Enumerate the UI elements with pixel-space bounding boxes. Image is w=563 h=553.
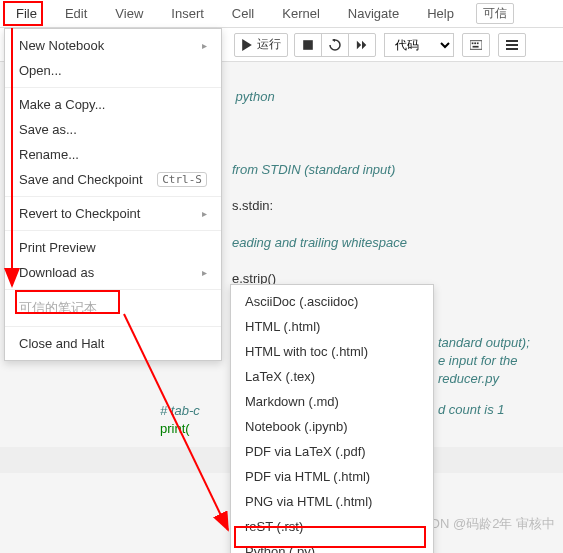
restart-button[interactable]	[321, 33, 349, 57]
restart-run-button[interactable]	[348, 33, 376, 57]
celltype-select[interactable]: 代码	[384, 33, 454, 57]
menu-new-notebook[interactable]: New Notebook▸	[5, 33, 221, 58]
svg-rect-7	[506, 44, 518, 46]
shortcut-label: Ctrl-S	[157, 172, 207, 187]
menu-print-preview[interactable]: Print Preview	[5, 235, 221, 260]
code-fragment: tandard output); e input for the reducer…	[438, 334, 530, 389]
code-comment: # tab-c	[160, 402, 200, 420]
code-fragment3: d count is 1	[438, 402, 505, 417]
run-button[interactable]: 运行	[234, 33, 288, 57]
menu-edit[interactable]: Edit	[51, 2, 101, 25]
download-html-toc[interactable]: HTML with toc (.html)	[231, 339, 433, 364]
download-pdf-latex[interactable]: PDF via LaTeX (.pdf)	[231, 439, 433, 464]
menu-view[interactable]: View	[101, 2, 157, 25]
restart-icon	[329, 39, 341, 51]
code-comment: eading and trailing whitespace	[232, 234, 563, 252]
download-pdf-html[interactable]: PDF via HTML (.html)	[231, 464, 433, 489]
menu-revert[interactable]: Revert to Checkpoint▸	[5, 201, 221, 226]
stop-icon	[302, 39, 314, 51]
chevron-right-icon: ▸	[202, 40, 207, 51]
svg-rect-6	[506, 40, 518, 42]
svg-rect-3	[474, 42, 476, 44]
svg-rect-4	[477, 42, 479, 44]
menu-download-as[interactable]: Download as▸	[5, 260, 221, 285]
code-comment: from STDIN (standard input)	[232, 161, 563, 179]
code-comment: python	[232, 88, 563, 106]
menu-insert[interactable]: Insert	[157, 2, 218, 25]
download-rest[interactable]: reST (.rst)	[231, 514, 433, 539]
trusted-badge: 可信	[476, 3, 514, 24]
menu-kernel[interactable]: Kernel	[268, 2, 334, 25]
toc-button[interactable]	[498, 33, 526, 57]
chevron-right-icon: ▸	[202, 208, 207, 219]
svg-rect-2	[472, 42, 474, 44]
code-comment: e input for the	[438, 352, 530, 370]
download-png-html[interactable]: PNG via HTML (.html)	[231, 489, 433, 514]
menu-file[interactable]: File	[2, 2, 51, 25]
code-comment: tandard output);	[438, 334, 530, 352]
download-html[interactable]: HTML (.html)	[231, 314, 433, 339]
separator	[5, 230, 221, 231]
code-comment: d count is 1	[438, 402, 505, 417]
menubar: File Edit View Insert Cell Kernel Naviga…	[0, 0, 563, 28]
svg-rect-1	[470, 40, 482, 49]
code-fragment2: # tab-c print(	[160, 402, 200, 438]
menu-close-halt[interactable]: Close and Halt	[5, 331, 221, 356]
list-icon	[506, 39, 518, 51]
chevron-right-icon: ▸	[202, 267, 207, 278]
download-as-submenu: AsciiDoc (.asciidoc) HTML (.html) HTML w…	[230, 284, 434, 553]
separator	[5, 326, 221, 327]
code-line: s.stdin:	[232, 197, 563, 215]
code-comment: reducer.py	[438, 370, 530, 388]
download-latex[interactable]: LaTeX (.tex)	[231, 364, 433, 389]
download-markdown[interactable]: Markdown (.md)	[231, 389, 433, 414]
separator	[5, 289, 221, 290]
menu-help[interactable]: Help	[413, 2, 468, 25]
svg-rect-5	[473, 45, 479, 47]
stop-button[interactable]	[294, 33, 322, 57]
download-asciidoc[interactable]: AsciiDoc (.asciidoc)	[231, 289, 433, 314]
run-label: 运行	[257, 36, 281, 53]
menu-navigate[interactable]: Navigate	[334, 2, 413, 25]
menu-make-copy[interactable]: Make a Copy...	[5, 92, 221, 117]
command-palette-button[interactable]	[462, 33, 490, 57]
svg-rect-0	[303, 40, 313, 50]
keyboard-icon	[470, 39, 482, 51]
menu-rename[interactable]: Rename...	[5, 142, 221, 167]
fast-forward-icon	[356, 39, 368, 51]
download-notebook[interactable]: Notebook (.ipynb)	[231, 414, 433, 439]
code-line: print(	[160, 421, 190, 436]
download-python[interactable]: Python (.py)	[231, 539, 433, 553]
menu-save-checkpoint[interactable]: Save and CheckpointCtrl-S	[5, 167, 221, 192]
menu-save-as[interactable]: Save as...	[5, 117, 221, 142]
separator	[5, 196, 221, 197]
menu-open[interactable]: Open...	[5, 58, 221, 83]
svg-rect-8	[506, 48, 518, 50]
file-dropdown: New Notebook▸ Open... Make a Copy... Sav…	[4, 28, 222, 361]
menu-trusted-notebook: 可信的笔记本	[5, 294, 221, 322]
play-icon	[241, 39, 253, 51]
separator	[5, 87, 221, 88]
menu-cell[interactable]: Cell	[218, 2, 268, 25]
